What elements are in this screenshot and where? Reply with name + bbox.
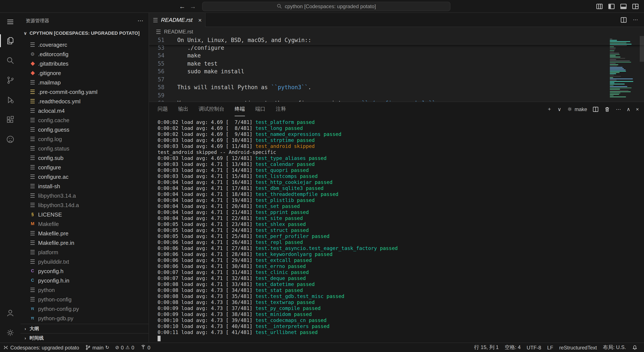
file-item-.editorconfig[interactable]: ⚙.editorconfig: [20, 49, 148, 59]
panel-tab-注释[interactable]: 注释: [276, 102, 286, 116]
file-item-LICENSE[interactable]: §LICENSE: [20, 210, 148, 219]
indentation[interactable]: 空格: 4: [502, 343, 524, 352]
file-item-libpython3.14.a[interactable]: libpython3.14.a: [20, 191, 148, 200]
keyboard-layout[interactable]: 布局: U.S.: [600, 343, 629, 352]
terminal-output[interactable]: 0:00:02 load avg: 4.69 [ 7/481] test_pla…: [149, 116, 644, 342]
sidebar-item-extensions[interactable]: [0, 110, 20, 129]
code-line-51: 51On Unix, Linux, BSD, macOS, and Cygwin…: [149, 36, 644, 44]
forward-button[interactable]: →: [190, 3, 196, 10]
file-item-config.sub[interactable]: config.sub: [20, 153, 148, 162]
kill-terminal-trash-icon[interactable]: [604, 106, 610, 112]
file-item-aclocal.m4[interactable]: aclocal.m4: [20, 106, 148, 115]
file-item-config.status[interactable]: config.status: [20, 144, 148, 153]
terminal-list-item-make[interactable]: make: [567, 106, 587, 112]
python-icon: π: [30, 306, 36, 312]
file-item-pyconfig.h[interactable]: Cpyconfig.h: [20, 266, 148, 276]
terminal-dropdown-icon[interactable]: ∨: [558, 106, 561, 112]
file-item-config.log[interactable]: config.log: [20, 134, 148, 144]
breadcrumb[interactable]: README.rst: [149, 27, 644, 36]
tab-close-icon[interactable]: ×: [198, 17, 202, 23]
file-item-.coveragerc[interactable]: .coveragerc: [20, 40, 148, 49]
terminal-line: 0:00:04 load avg: 4.71 [ 21/481] test_pp…: [158, 209, 644, 215]
file-item-pyconfig.h.in[interactable]: Cpyconfig.h.in: [20, 276, 148, 285]
file-item-.gitignore[interactable]: .gitignore: [20, 68, 148, 78]
panel-tab-终端[interactable]: 终端: [235, 102, 245, 116]
sidebar-item-explorer[interactable]: [0, 31, 20, 51]
file-item-Makefile.pre.in[interactable]: Makefile.pre.in: [20, 238, 148, 247]
file-item-.gitattributes[interactable]: .gitattributes: [20, 59, 148, 68]
back-button[interactable]: ←: [179, 3, 186, 10]
file-item-Makefile.pre[interactable]: Makefile.pre: [20, 229, 148, 238]
sidebar-item-source-control[interactable]: [0, 70, 20, 90]
file-item-configure[interactable]: configure: [20, 162, 148, 172]
file-item-python-gdb.py[interactable]: πpython-gdb.py: [20, 313, 148, 323]
file-icon: [30, 230, 36, 236]
file-label: libpython3.14.a: [38, 192, 76, 199]
editor-pane[interactable]: 53 ./configure54 make55 make test56 sudo…: [149, 36, 644, 102]
cursor-position[interactable]: 行 15, 列 1: [471, 343, 502, 352]
split-terminal-icon[interactable]: [592, 106, 598, 112]
tab-readme-rst[interactable]: README.rst ×: [149, 13, 206, 27]
toggle-panel-icon[interactable]: [620, 3, 627, 10]
file-label: platform: [38, 249, 58, 255]
sidebar-title: 资源管理器: [26, 17, 49, 24]
file-item-Makefile[interactable]: MMakefile: [20, 219, 148, 229]
eol-sequence[interactable]: LF: [544, 343, 556, 352]
ports-indicator[interactable]: 0: [137, 343, 153, 352]
encoding[interactable]: UTF-8: [524, 343, 544, 352]
terminal-line: 0:00:06 load avg: 4.71 [ 26/481] test_re…: [158, 239, 644, 245]
panel-tab-输出[interactable]: 输出: [178, 102, 188, 116]
toggle-sidebar-icon[interactable]: [608, 3, 615, 10]
file-item-platform[interactable]: platform: [20, 247, 148, 257]
file-icon: [30, 136, 36, 142]
code-lines: 53 ./configure54 make55 make test56 sudo…: [149, 44, 644, 102]
toggle-editor-layout-icon[interactable]: [596, 3, 603, 10]
settings-button[interactable]: [0, 323, 20, 342]
command-center-search[interactable]: cpython [Codespaces: upgraded potato]: [202, 2, 450, 11]
workspace-section-header[interactable]: ∨ CPYTHON [CODESPACES: UPGRADED POTATO]: [20, 28, 148, 38]
file-item-python-config[interactable]: python-config: [20, 295, 148, 304]
language-mode[interactable]: reStructuredText: [556, 343, 600, 352]
file-item-configure.ac[interactable]: configure.ac: [20, 172, 148, 181]
file-label: pybuilddir.txt: [38, 258, 69, 265]
timeline-section-header[interactable]: › 时间线: [20, 333, 148, 342]
sidebar-item-search[interactable]: [0, 51, 20, 70]
customize-layout-icon[interactable]: [632, 3, 639, 10]
file-item-.pre-commit-config.yaml[interactable]: .pre-commit-config.yaml: [20, 87, 148, 96]
new-terminal-icon[interactable]: ＋: [547, 105, 552, 113]
menu-button[interactable]: [0, 13, 20, 31]
problems-indicator[interactable]: ⊘ 0 ⚠ 0: [112, 343, 137, 352]
file-item-config.guess[interactable]: config.guess: [20, 125, 148, 134]
editor-more-actions-icon[interactable]: ⋯: [633, 17, 638, 23]
file-item-python[interactable]: python: [20, 285, 148, 295]
search-icon: [6, 56, 15, 65]
file-item-.readthedocs.yml[interactable]: .readthedocs.yml: [20, 96, 148, 106]
close-panel-icon[interactable]: ×: [636, 106, 639, 112]
line-number: 60: [149, 100, 164, 102]
panel-tab-端口[interactable]: 端口: [255, 102, 266, 116]
file-item-install-sh[interactable]: install-sh: [20, 181, 148, 191]
outline-section-header[interactable]: › 大纲: [20, 324, 148, 333]
panel-more-actions-icon[interactable]: ⋯: [616, 106, 621, 112]
file-item-pybuilddir.txt[interactable]: pybuilddir.txt: [20, 257, 148, 266]
file-item-libpython3.14d.a[interactable]: libpython3.14d.a: [20, 200, 148, 210]
line-text: You can pass many options to the configu…: [164, 100, 435, 102]
file-item-config.cache[interactable]: config.cache: [20, 115, 148, 125]
split-editor-icon[interactable]: [620, 17, 627, 23]
radio-tower-icon: [140, 345, 146, 350]
maximize-panel-icon[interactable]: ∧: [626, 106, 630, 112]
explorer-more-actions-icon[interactable]: ⋯: [138, 17, 144, 24]
file-item-python-config.py[interactable]: πpython-config.py: [20, 304, 148, 313]
remote-indicator[interactable]: Codespaces: upgraded potato: [0, 343, 82, 352]
sidebar-item-run-debug[interactable]: [0, 90, 20, 110]
terminal-line: 0:00:04 load avg: 4.71 [ 16/481] test_ht…: [158, 179, 644, 185]
minimap[interactable]: [610, 39, 637, 98]
sidebar-item-github[interactable]: [0, 129, 20, 149]
panel-tab-问题[interactable]: 问题: [158, 102, 168, 116]
editor-scrollbar[interactable]: [640, 36, 644, 62]
file-item-.mailmap[interactable]: .mailmap: [20, 78, 148, 87]
notifications-bell[interactable]: [629, 343, 640, 352]
branch-indicator[interactable]: main ↻: [82, 343, 112, 352]
account-button[interactable]: [0, 303, 20, 323]
panel-tab-调试控制台[interactable]: 调试控制台: [199, 102, 224, 116]
